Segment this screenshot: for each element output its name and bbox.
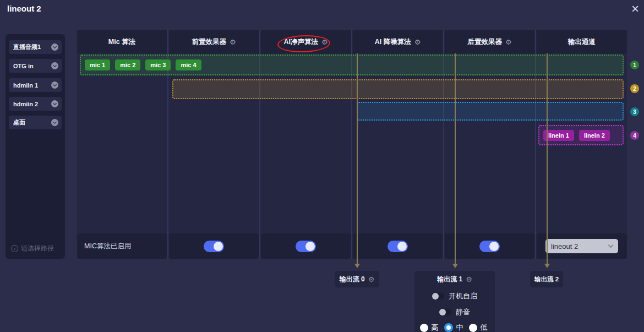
- mic-algo-status-label: MIC算法已启用: [84, 242, 131, 251]
- autostart-option: 开机自启: [414, 291, 495, 301]
- mute-option: 静音: [414, 307, 495, 317]
- level-radio-group: 高 中 低: [414, 323, 495, 332]
- info-icon: i: [11, 245, 18, 252]
- output-stream-1[interactable]: 输出流 1 ⚙: [414, 271, 495, 287]
- output-stream-2[interactable]: 输出流 2: [530, 271, 563, 287]
- gear-icon[interactable]: ⚙: [230, 38, 236, 46]
- column-header-label: AI净声算法: [283, 37, 318, 47]
- sidebar-item-otg-in[interactable]: OTG in: [9, 59, 62, 73]
- level-low-radio[interactable]: [469, 324, 477, 332]
- pre-effects-toggle-cell: [169, 233, 259, 259]
- gear-icon[interactable]: ⚙: [368, 275, 375, 284]
- column-header-ai-denoise: AI 降噪算法 ⚙: [353, 30, 443, 53]
- ai-denoise-toggle-cell: [353, 233, 443, 259]
- routing-row-4[interactable]: linein 1 linein 2: [538, 125, 624, 145]
- routing-row-3[interactable]: [357, 102, 624, 121]
- chevron-down-icon[interactable]: [51, 81, 58, 89]
- column-header-label: AI 降噪算法: [375, 37, 411, 47]
- ai-voice-clean-toggle[interactable]: [296, 241, 316, 252]
- level-mid-label: 中: [456, 323, 463, 332]
- column-header-post-effects: 后置效果器 ⚙: [445, 30, 534, 53]
- mute-toggle[interactable]: [439, 309, 451, 315]
- stream-line-2: [547, 53, 548, 264]
- output-channel-dropdown-value: lineout 2: [551, 242, 578, 251]
- gear-icon[interactable]: ⚙: [466, 275, 472, 284]
- output-stream-1-panel: 输出流 1 ⚙ 开机自启 静音 高 中 低: [414, 271, 495, 332]
- autostart-label: 开机自启: [449, 291, 477, 301]
- gear-icon[interactable]: ⚙: [414, 38, 421, 46]
- stream-arrow-1: [452, 264, 458, 268]
- level-high-radio[interactable]: [420, 324, 428, 332]
- chevron-down-icon[interactable]: [51, 100, 58, 107]
- column-header-label: Mic 算法: [108, 37, 135, 47]
- chevron-down-icon[interactable]: [51, 119, 58, 126]
- stream-line-0: [357, 53, 358, 264]
- pre-effects-toggle[interactable]: [204, 241, 224, 252]
- column-header-label: 后置效果器: [467, 37, 502, 47]
- routing-row-2[interactable]: [172, 79, 624, 99]
- chevron-down-icon[interactable]: [51, 43, 58, 51]
- level-mid-radio[interactable]: [444, 323, 453, 332]
- chevron-down-icon: [608, 242, 614, 248]
- mic-chip[interactable]: mic 2: [115, 59, 140, 70]
- column-header-label: 前置效果器: [192, 37, 226, 47]
- mic-chip[interactable]: mic 4: [176, 59, 201, 70]
- close-icon[interactable]: ×: [627, 1, 643, 18]
- output-stream-0-label: 输出流 0: [340, 275, 365, 284]
- output-stream-0[interactable]: 输出流 0 ⚙: [335, 271, 379, 287]
- channel-badge-4: 4: [630, 131, 639, 140]
- sidebar-item-label: 直播音频1: [13, 43, 41, 51]
- sidebar-item-desktop[interactable]: 桌面: [9, 116, 62, 129]
- output-stream-2-label: 输出流 2: [534, 275, 559, 284]
- post-effects-toggle[interactable]: [479, 241, 500, 252]
- sidebar-item-hdmiin-2[interactable]: hdmiin 2: [9, 97, 62, 111]
- chevron-down-icon[interactable]: [51, 62, 58, 69]
- ai-denoise-toggle[interactable]: [388, 241, 408, 252]
- gear-icon[interactable]: ⚙: [321, 38, 328, 46]
- mute-label: 静音: [456, 307, 470, 317]
- lineout-dialog: lineout 2 × 直播音频1 OTG in hdmiin 1 hdmiin…: [0, 0, 644, 332]
- processing-grid: Mic 算法 前置效果器 ⚙ AI净声算法 ⚙ AI 降噪算法 ⚙ 后置效果器 …: [77, 30, 627, 259]
- column-header-output-channel: 输出通道: [537, 30, 627, 53]
- post-effects-toggle-cell: [445, 233, 534, 259]
- sidebar-item-label: hdmiin 1: [13, 82, 38, 89]
- stream-arrow-2: [544, 264, 550, 268]
- page-title: lineout 2: [7, 4, 41, 13]
- linein-chip[interactable]: linein 1: [543, 130, 574, 141]
- gear-icon[interactable]: ⚙: [505, 38, 512, 46]
- output-stream-1-label: 输出流 1: [437, 275, 462, 284]
- column-header-pre-effects: 前置效果器 ⚙: [169, 30, 259, 53]
- level-low-label: 低: [481, 323, 488, 332]
- sidebar-item-label: OTG in: [13, 63, 34, 69]
- source-sidebar: 直播音频1 OTG in hdmiin 1 hdmiin 2 桌面 i 请选择路…: [6, 34, 65, 259]
- sidebar-item-live-audio[interactable]: 直播音频1: [9, 40, 62, 54]
- level-high-label: 高: [432, 323, 439, 332]
- ai-voice-clean-toggle-cell: [261, 233, 351, 259]
- channel-badge-2: 2: [630, 84, 639, 93]
- select-path-hint-label: 请选择路径: [21, 244, 54, 253]
- channel-badge-3: 3: [630, 107, 639, 116]
- mic-chip[interactable]: mic 3: [145, 59, 171, 70]
- column-header-label: 输出通道: [568, 37, 596, 47]
- autostart-toggle[interactable]: [432, 293, 444, 300]
- routing-row-1[interactable]: mic 1 mic 2 mic 3 mic 4: [80, 55, 624, 75]
- output-channel-dropdown[interactable]: lineout 2: [545, 239, 618, 253]
- channel-badge-1: 1: [630, 61, 639, 69]
- sidebar-item-hdmiin-1[interactable]: hdmiin 1: [9, 78, 62, 92]
- mic-chip[interactable]: mic 1: [85, 59, 110, 70]
- column-header-ai-voice-clean: AI净声算法 ⚙: [261, 30, 351, 53]
- mic-algo-status: MIC算法已启用: [77, 233, 167, 259]
- stream-arrow-0: [354, 264, 360, 268]
- column-header-mic-algo: Mic 算法: [77, 30, 167, 53]
- linein-chip[interactable]: linein 2: [579, 130, 610, 141]
- stream-line-1: [455, 53, 456, 264]
- output-channel-cell: lineout 2: [537, 233, 627, 259]
- sidebar-item-label: hdmiin 2: [13, 101, 38, 107]
- sidebar-item-label: 桌面: [13, 118, 25, 127]
- select-path-hint: i 请选择路径: [11, 244, 54, 253]
